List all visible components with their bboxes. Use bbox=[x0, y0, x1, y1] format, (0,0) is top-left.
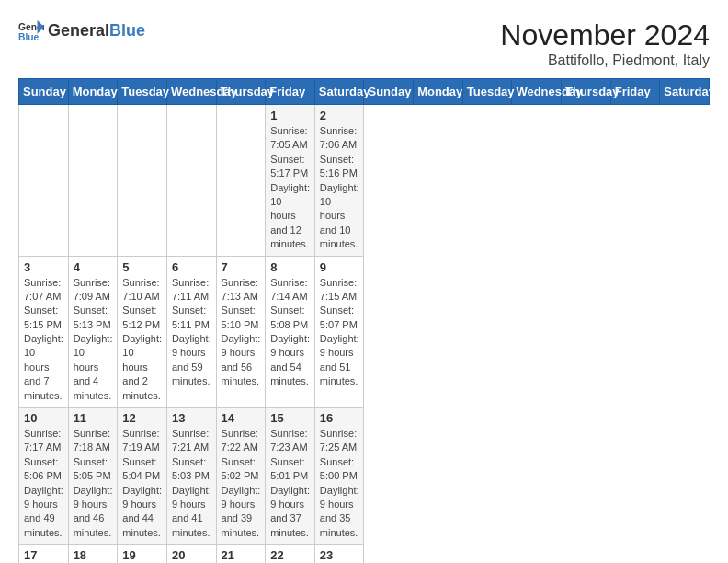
calendar-week-row: 1Sunrise: 7:05 AM Sunset: 5:17 PM Daylig… bbox=[19, 105, 710, 257]
day-number: 22 bbox=[270, 548, 310, 562]
day-number: 6 bbox=[172, 260, 211, 274]
calendar-cell: 21Sunrise: 7:31 AM Sunset: 4:55 PM Dayli… bbox=[216, 545, 266, 563]
day-info: Sunrise: 7:21 AM Sunset: 5:03 PM Dayligh… bbox=[172, 427, 211, 540]
page-header: General Blue GeneralBlue November 2024 B… bbox=[18, 18, 710, 69]
day-info: Sunrise: 7:13 AM Sunset: 5:10 PM Dayligh… bbox=[222, 276, 261, 389]
day-of-week-header: Thursday bbox=[562, 79, 611, 105]
calendar-cell: 5Sunrise: 7:10 AM Sunset: 5:12 PM Daylig… bbox=[118, 256, 167, 408]
day-number: 16 bbox=[320, 411, 359, 425]
calendar-cell: 3Sunrise: 7:07 AM Sunset: 5:15 PM Daylig… bbox=[19, 256, 69, 408]
calendar-cell: 16Sunrise: 7:25 AM Sunset: 5:00 PM Dayli… bbox=[314, 408, 364, 545]
logo: General Blue GeneralBlue bbox=[18, 18, 145, 44]
day-number: 4 bbox=[74, 260, 113, 274]
day-number: 13 bbox=[172, 411, 211, 425]
day-info: Sunrise: 7:06 AM Sunset: 5:16 PM Dayligh… bbox=[320, 124, 359, 252]
day-info: Sunrise: 7:11 AM Sunset: 5:11 PM Dayligh… bbox=[172, 276, 211, 389]
calendar-cell bbox=[68, 105, 118, 257]
day-info: Sunrise: 7:14 AM Sunset: 5:08 PM Dayligh… bbox=[270, 276, 310, 389]
day-of-week-header: Tuesday bbox=[462, 79, 512, 105]
day-number: 7 bbox=[222, 260, 261, 274]
day-number: 3 bbox=[24, 260, 63, 274]
calendar-cell: 10Sunrise: 7:17 AM Sunset: 5:06 PM Dayli… bbox=[19, 408, 69, 545]
day-info: Sunrise: 7:18 AM Sunset: 5:05 PM Dayligh… bbox=[74, 427, 113, 540]
day-number: 14 bbox=[222, 411, 261, 425]
day-info: Sunrise: 7:23 AM Sunset: 5:01 PM Dayligh… bbox=[270, 427, 310, 540]
day-of-week-header: Friday bbox=[610, 79, 660, 105]
day-of-week-header: Monday bbox=[68, 79, 118, 105]
day-info: Sunrise: 7:19 AM Sunset: 5:04 PM Dayligh… bbox=[122, 427, 162, 540]
day-of-week-header: Saturday bbox=[660, 79, 710, 105]
day-number: 1 bbox=[270, 109, 310, 122]
day-info: Sunrise: 7:09 AM Sunset: 5:13 PM Dayligh… bbox=[74, 276, 113, 404]
day-info: Sunrise: 7:17 AM Sunset: 5:06 PM Dayligh… bbox=[24, 427, 63, 540]
day-number: 23 bbox=[320, 548, 359, 562]
calendar-cell: 7Sunrise: 7:13 AM Sunset: 5:10 PM Daylig… bbox=[216, 256, 266, 408]
calendar-cell: 22Sunrise: 7:32 AM Sunset: 4:55 PM Dayli… bbox=[266, 545, 315, 563]
day-of-week-header: Saturday bbox=[314, 79, 364, 105]
day-number: 21 bbox=[222, 548, 261, 562]
calendar-cell bbox=[19, 105, 69, 257]
calendar-cell: 8Sunrise: 7:14 AM Sunset: 5:08 PM Daylig… bbox=[266, 256, 315, 408]
day-info: Sunrise: 7:15 AM Sunset: 5:07 PM Dayligh… bbox=[320, 276, 359, 389]
calendar-cell: 2Sunrise: 7:06 AM Sunset: 5:16 PM Daylig… bbox=[314, 105, 364, 257]
month-title: November 2024 bbox=[500, 18, 710, 52]
calendar-cell: 14Sunrise: 7:22 AM Sunset: 5:02 PM Dayli… bbox=[216, 408, 266, 545]
calendar-header-row: SundayMondayTuesdayWednesdayThursdayFrid… bbox=[19, 79, 710, 105]
logo-blue-text: Blue bbox=[109, 21, 145, 40]
calendar-cell: 17Sunrise: 7:26 AM Sunset: 4:59 PM Dayli… bbox=[19, 545, 69, 563]
svg-text:Blue: Blue bbox=[18, 32, 40, 42]
day-of-week-header: Friday bbox=[266, 79, 315, 105]
day-of-week-header: Monday bbox=[414, 79, 463, 105]
calendar-cell: 20Sunrise: 7:30 AM Sunset: 4:56 PM Dayli… bbox=[166, 545, 216, 563]
day-number: 18 bbox=[74, 548, 113, 562]
day-info: Sunrise: 7:05 AM Sunset: 5:17 PM Dayligh… bbox=[270, 124, 310, 252]
day-of-week-header: Wednesday bbox=[512, 79, 562, 105]
day-number: 2 bbox=[320, 109, 359, 122]
day-number: 8 bbox=[270, 260, 310, 274]
calendar-cell: 13Sunrise: 7:21 AM Sunset: 5:03 PM Dayli… bbox=[166, 408, 216, 545]
calendar-cell: 15Sunrise: 7:23 AM Sunset: 5:01 PM Dayli… bbox=[266, 408, 315, 545]
calendar-cell: 19Sunrise: 7:29 AM Sunset: 4:57 PM Dayli… bbox=[118, 545, 167, 563]
day-info: Sunrise: 7:10 AM Sunset: 5:12 PM Dayligh… bbox=[122, 276, 162, 404]
day-number: 5 bbox=[122, 260, 162, 274]
calendar-week-row: 17Sunrise: 7:26 AM Sunset: 4:59 PM Dayli… bbox=[19, 545, 710, 563]
day-info: Sunrise: 7:25 AM Sunset: 5:00 PM Dayligh… bbox=[320, 427, 359, 540]
day-number: 10 bbox=[24, 411, 63, 425]
day-number: 19 bbox=[122, 548, 162, 562]
calendar-cell: 4Sunrise: 7:09 AM Sunset: 5:13 PM Daylig… bbox=[68, 256, 118, 408]
calendar-cell bbox=[118, 105, 167, 257]
logo-general-text: General bbox=[48, 21, 109, 40]
calendar-week-row: 3Sunrise: 7:07 AM Sunset: 5:15 PM Daylig… bbox=[19, 256, 710, 408]
calendar-cell: 9Sunrise: 7:15 AM Sunset: 5:07 PM Daylig… bbox=[314, 256, 364, 408]
day-of-week-header: Sunday bbox=[364, 79, 414, 105]
day-of-week-header: Sunday bbox=[19, 79, 69, 105]
calendar-cell: 12Sunrise: 7:19 AM Sunset: 5:04 PM Dayli… bbox=[118, 408, 167, 545]
calendar-cell: 23Sunrise: 7:34 AM Sunset: 4:54 PM Dayli… bbox=[314, 545, 364, 563]
day-number: 17 bbox=[24, 548, 63, 562]
day-number: 12 bbox=[122, 411, 162, 425]
day-number: 11 bbox=[74, 411, 113, 425]
day-of-week-header: Wednesday bbox=[166, 79, 216, 105]
logo-icon: General Blue bbox=[18, 18, 44, 44]
calendar-cell: 6Sunrise: 7:11 AM Sunset: 5:11 PM Daylig… bbox=[166, 256, 216, 408]
day-number: 20 bbox=[172, 548, 211, 562]
calendar-table: SundayMondayTuesdayWednesdayThursdayFrid… bbox=[18, 78, 710, 563]
day-info: Sunrise: 7:07 AM Sunset: 5:15 PM Dayligh… bbox=[24, 276, 63, 404]
day-number: 15 bbox=[270, 411, 310, 425]
calendar-cell: 18Sunrise: 7:27 AM Sunset: 4:58 PM Dayli… bbox=[68, 545, 118, 563]
day-number: 9 bbox=[320, 260, 359, 274]
calendar-cell: 1Sunrise: 7:05 AM Sunset: 5:17 PM Daylig… bbox=[266, 105, 315, 257]
day-of-week-header: Tuesday bbox=[118, 79, 167, 105]
day-of-week-header: Thursday bbox=[216, 79, 266, 105]
day-info: Sunrise: 7:22 AM Sunset: 5:02 PM Dayligh… bbox=[222, 427, 261, 540]
calendar-week-row: 10Sunrise: 7:17 AM Sunset: 5:06 PM Dayli… bbox=[19, 408, 710, 545]
location-subtitle: Battifollo, Piedmont, Italy bbox=[500, 52, 710, 69]
title-area: November 2024 Battifollo, Piedmont, Ital… bbox=[500, 18, 710, 69]
calendar-cell: 11Sunrise: 7:18 AM Sunset: 5:05 PM Dayli… bbox=[68, 408, 118, 545]
calendar-cell bbox=[216, 105, 266, 257]
calendar-cell bbox=[166, 105, 216, 257]
